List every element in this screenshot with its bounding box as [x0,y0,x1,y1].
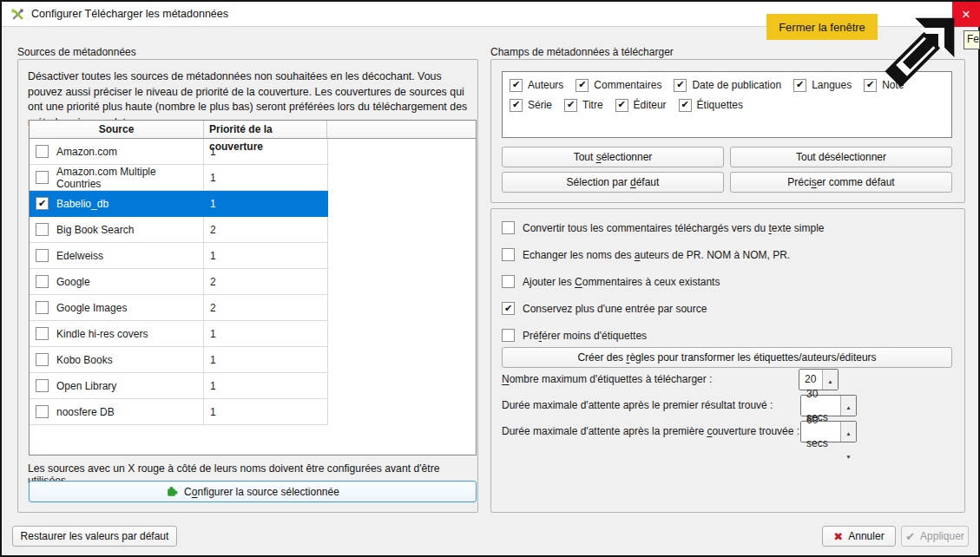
source-priority: 1 [204,139,328,164]
source-row[interactable]: Amazon.com1 [30,139,328,165]
option-checkbox[interactable]: Préférer moins d'étiquettes [502,322,952,349]
source-name: Amazon.com Multiple Countries [56,166,203,190]
field-checkbox-item[interactable]: Éditeur [615,98,667,112]
spinner-down-icon[interactable]: ▼ [841,445,856,469]
source-priority: 1 [204,373,328,398]
source-checkbox[interactable] [36,249,49,262]
option-checkbox[interactable]: Convertir tous les commentaires téléchar… [502,214,952,241]
field-checkbox-item[interactable]: Série [510,98,552,112]
source-checkbox[interactable] [36,223,49,236]
source-priority: 1 [204,243,328,268]
source-row[interactable]: Big Book Search2 [30,217,328,243]
field-checkbox-item[interactable]: Date de publication [674,78,781,92]
field-label: Date de publication [692,79,781,91]
option-label: Echanger les noms des auteurs de PR. NOM… [523,249,790,261]
checkbox-icon [502,275,515,288]
field-checkbox-item[interactable]: Titre [564,98,603,112]
restore-defaults-button[interactable]: Restaurer les valeurs par défaut [12,526,177,547]
source-checkbox[interactable] [36,171,49,184]
checkbox-icon [564,99,577,112]
sources-table: Source Priorité de la couverture Amazon.… [29,120,477,455]
spinner-input[interactable]: 60 secs▲▼ [800,421,857,442]
source-cell: Amazon.com [30,139,204,164]
field-label: Série [528,99,552,111]
spinner-label: Nombre maximum d'étiquettes à télécharge… [502,373,712,385]
source-row[interactable]: Google Images2 [30,295,328,321]
source-checkbox[interactable] [36,353,49,366]
label-text: ommentaires à ceux existants [582,276,720,288]
source-row[interactable]: Edelweiss1 [30,243,328,269]
source-name: Google [56,276,90,288]
source-checkbox[interactable] [36,301,49,314]
label-text: érer moins d'étiquettes [542,330,647,342]
field-label: Auteurs [528,79,563,91]
field-checkbox-item[interactable]: Commentaires [576,78,661,92]
source-name: Edelweiss [56,250,103,262]
clear-all-button[interactable]: Tout désélectionner [730,147,952,167]
source-row[interactable]: Open Library1 [30,373,328,399]
close-button[interactable]: × [952,2,980,27]
option-checkbox[interactable]: Echanger les noms des auteurs de PR. NOM… [502,241,952,268]
source-row[interactable]: Google2 [30,269,328,295]
checkbox-icon [864,79,877,92]
source-checkbox[interactable] [36,327,49,340]
source-name: noosfere DB [56,406,115,418]
option-label: Conservez plus d'une entrée par source [523,303,707,315]
create-rules-button[interactable]: Créer des règles pour transformer les ét… [502,347,952,368]
apply-button[interactable]: ✔ Appliquer [901,526,969,547]
cancel-label: Annuler [848,530,884,542]
field-label: Note [882,79,904,91]
cancel-button[interactable]: ✖ Annuler [822,526,896,547]
spinner-up-icon[interactable]: ▲ [841,396,856,419]
checkbox-icon [674,79,687,92]
source-checkbox[interactable] [36,275,49,288]
restore-defaults-label: Restaurer les valeurs par défaut [21,530,169,542]
checkbox-icon [502,221,515,234]
checkbox-icon [679,99,692,112]
source-row[interactable]: Kindle hi-res covers1 [30,321,328,347]
column-header-priority[interactable]: Priorité de la couverture [204,121,327,138]
set-as-default-button[interactable]: Préciser comme défaut [730,172,952,193]
column-header-source[interactable]: Source [30,121,204,138]
label-text: Durée maximale d'attente après le premie… [502,399,773,411]
label-text: exte simple [772,222,825,234]
spinner-label: Durée maximale d'attente après le premie… [502,399,773,411]
dialog-window: Configurer Télécharger les métadonnées ×… [0,0,980,557]
field-label: Commentaires [594,79,661,91]
source-cell: Babelio_db [30,191,204,216]
checkbox-icon [615,99,628,112]
option-checkbox[interactable]: Conservez plus d'une entrée par source [502,295,952,322]
label-text: ouverture trouvée : [712,425,799,437]
source-checkbox[interactable] [36,145,49,158]
source-cell: Open Library [30,373,204,398]
checkbox-icon [502,248,515,261]
field-label: Éditeur [634,99,667,111]
source-row[interactable]: Babelio_db1 [30,191,328,217]
close-tooltip: Fermer [964,30,980,49]
window-title: Configurer Télécharger les métadonnées [31,2,228,26]
label-text: uteurs de PR. NOM à NOM, PR. [640,249,790,261]
label-text: Ajouter les [523,276,575,288]
source-priority: 2 [204,217,328,242]
source-row[interactable]: Amazon.com Multiple Countries1 [30,165,328,191]
field-checkbox-item[interactable]: Note [864,78,904,92]
set-as-default-label: Préciser comme défaut [787,176,894,188]
apply-check-icon: ✔ [905,530,915,543]
source-row[interactable]: Kobo Books1 [30,347,328,373]
source-priority: 2 [204,295,328,320]
source-checkbox[interactable] [36,379,49,392]
source-row[interactable]: noosfere DB1 [30,399,328,425]
source-checkbox[interactable] [36,197,49,210]
select-default-button[interactable]: Sélection par défaut [502,172,724,193]
field-checkbox-item[interactable]: Langues [793,78,852,92]
source-priority: 1 [204,165,328,190]
field-checkbox-item[interactable]: Étiquettes [679,98,743,112]
option-checkbox[interactable]: Ajouter les Commentaires à ceux existant… [502,268,952,295]
select-default-label: Sélection par défaut [567,176,660,188]
source-checkbox[interactable] [36,405,49,418]
configure-source-button[interactable]: Configurer la source sélectionnée [29,481,477,502]
field-checkbox-item[interactable]: Auteurs [510,78,563,92]
select-all-button[interactable]: Tout sélectionner [502,147,724,167]
checkbox-icon [510,99,523,112]
spinner-up-icon[interactable]: ▲ [841,422,856,445]
